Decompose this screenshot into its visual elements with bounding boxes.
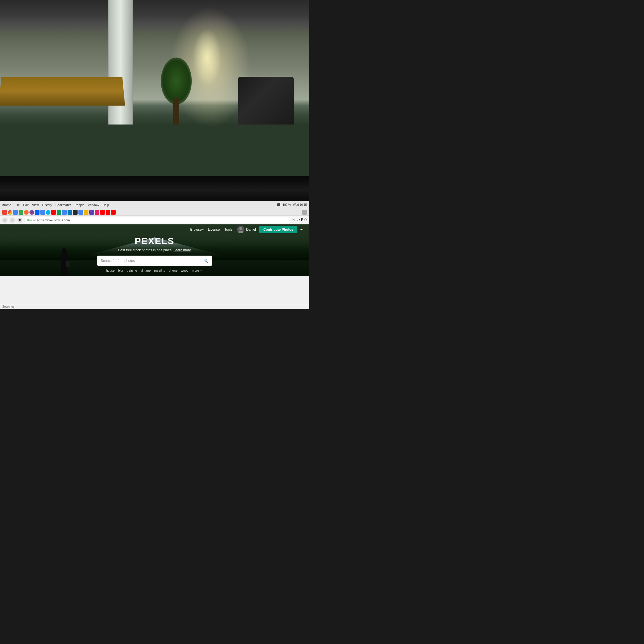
popular-blur[interactable]: blur (118, 269, 123, 272)
status-text: Searches (2, 305, 14, 308)
popular-vintage[interactable]: vintage (141, 269, 151, 272)
clock: Wed 16:15 (293, 203, 307, 206)
menu-bookmarks[interactable]: Bookmarks (56, 203, 71, 207)
browser-frame: hrome File Edit View History Bookmarks P… (0, 201, 309, 309)
status-bar: Searches (0, 304, 309, 309)
search-placeholder: Search for free photos... (101, 259, 201, 263)
pexels-logo: PEXELS (135, 236, 174, 246)
plant-leaves (161, 58, 192, 104)
hero-content: PEXELS Best free stock photos in one pla… (0, 236, 309, 272)
monitor-bezel (0, 179, 309, 201)
search-icon[interactable]: 🔍 (204, 258, 208, 263)
popular-house[interactable]: house (106, 269, 114, 272)
menu-items: hrome File Edit View History Bookmarks P… (2, 203, 109, 207)
search-bar[interactable]: Search for free photos... 🔍 (97, 256, 212, 266)
menu-chrome[interactable]: hrome (2, 203, 11, 207)
menu-history[interactable]: History (42, 203, 52, 207)
forms-icon[interactable] (89, 210, 94, 215)
menu-help[interactable]: Help (102, 203, 109, 207)
pexels-website: Browse ▾ License Tools Daniel Contribute… (0, 224, 309, 276)
popular-training[interactable]: training (127, 269, 137, 272)
chrome-ext1[interactable] (40, 210, 45, 215)
close-tab-icon[interactable] (302, 210, 307, 215)
popular-more[interactable]: more → (192, 269, 203, 272)
youtube-icon[interactable] (51, 210, 56, 215)
address-bar[interactable]: Secure https://www.pexels.com (25, 217, 290, 223)
plant (161, 58, 192, 125)
svg-point-1 (238, 231, 243, 233)
adobe3-icon[interactable] (111, 210, 116, 215)
plant-stem (173, 98, 179, 125)
dropbox-icon[interactable] (35, 210, 39, 215)
system-icons: ⬛ 100 % Wed 16:15 (277, 203, 307, 206)
slides-icon[interactable] (84, 210, 88, 215)
popular-wood[interactable]: wood (181, 269, 188, 272)
back-button[interactable]: ← (2, 218, 7, 223)
ext-icon1[interactable]: ⬡ (304, 218, 307, 222)
trello-icon[interactable] (68, 210, 72, 215)
battery-level: 100 % (283, 203, 291, 206)
pinterest-icon[interactable]: P (301, 218, 303, 222)
browse-link[interactable]: Browse ▾ (190, 228, 204, 232)
tools-link[interactable]: Tools (224, 228, 232, 232)
task-icon[interactable] (62, 210, 67, 215)
desk (0, 77, 125, 106)
address-actions: ☆ 🛡 P ⬡ (292, 218, 307, 222)
apps-toolbar (0, 209, 309, 216)
menu-file[interactable]: File (15, 203, 20, 207)
calendar-icon[interactable] (13, 210, 18, 215)
popular-phone[interactable]: phone (169, 269, 178, 272)
popular-meeting[interactable]: meeting (154, 269, 165, 272)
shield-icon[interactable]: 🛡 (297, 218, 300, 222)
pexels-navbar: Browse ▾ License Tools Daniel Contribute… (0, 224, 309, 235)
learn-more-link[interactable]: Learn more (173, 248, 191, 252)
vpn-icon[interactable] (24, 210, 29, 215)
calendar2-icon[interactable] (19, 210, 23, 215)
browse-dropdown-icon: ▾ (202, 228, 204, 231)
adobe-icon[interactable] (100, 210, 105, 215)
pillar (108, 0, 133, 125)
forward-button[interactable]: → (10, 218, 15, 223)
tagline: Best free stock photos in one place. Lea… (118, 248, 191, 252)
url-text: https://www.pexels.com (37, 218, 70, 222)
google-icon[interactable] (8, 210, 12, 215)
battery-icon: ⬛ (277, 203, 280, 206)
background-photo (0, 0, 309, 192)
menu-edit[interactable]: Edit (23, 203, 29, 207)
chair (238, 77, 294, 125)
popular-searches: house blur training vintage meeting phon… (106, 269, 203, 272)
address-bar-row: ← → ↻ Secure https://www.pexels.com ☆ 🛡 … (0, 216, 309, 224)
bookmark-icon[interactable]: ☆ (292, 218, 295, 222)
svg-point-0 (239, 227, 242, 230)
adobe2-icon[interactable] (106, 210, 110, 215)
menu-view[interactable]: View (32, 203, 39, 207)
secure-badge: Secure (27, 219, 36, 222)
refresh-button[interactable]: ↻ (17, 218, 22, 223)
license-link[interactable]: License (208, 228, 220, 232)
medium-icon[interactable] (73, 210, 78, 215)
user-name[interactable]: Daniel (246, 228, 256, 232)
tor-icon[interactable] (29, 210, 34, 215)
skype-icon[interactable] (46, 210, 50, 215)
browser-menu-bar: hrome File Edit View History Bookmarks P… (0, 201, 309, 209)
menu-window[interactable]: Window (88, 203, 99, 207)
sheets-icon[interactable] (57, 210, 61, 215)
chart-icon[interactable] (95, 210, 99, 215)
user-avatar (237, 226, 244, 233)
more-options-button[interactable]: ··· (300, 227, 303, 232)
gmail-icon[interactable] (2, 210, 7, 215)
contribute-photos-button[interactable]: Contribute Photos (259, 226, 297, 233)
menu-people[interactable]: People (75, 203, 84, 207)
docs-icon[interactable] (78, 210, 83, 215)
